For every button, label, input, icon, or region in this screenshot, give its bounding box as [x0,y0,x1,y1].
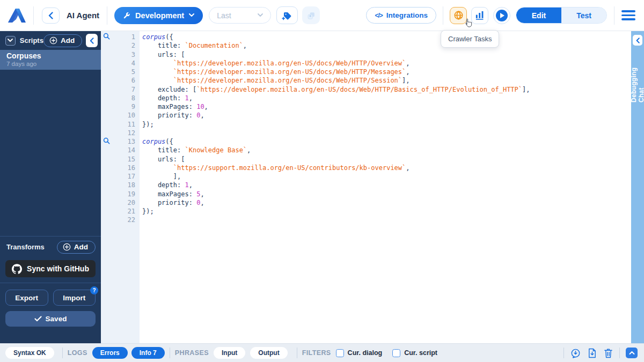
collapse-sidebar-button[interactable] [86,34,98,47]
filter-current-script-label: Cur. script [404,349,437,357]
scripts-title: Scripts [20,36,43,45]
code-line: urls: [ [142,155,631,164]
scripts-sidebar: Scripts Add Corpuses 7 days ago Transfor… [0,31,101,343]
line-number: 10 [101,111,135,120]
transforms-header: Transforms Add [0,236,101,257]
integrations-button[interactable]: </> Integrations [366,7,436,24]
add-version-tag-button[interactable] [276,6,298,24]
code-line: corpus({ [142,33,631,41]
import-label: Import [63,294,85,302]
main-menu-button[interactable] [621,10,635,20]
filter-current-dialog-label: Cur. dialog [348,349,383,357]
divider [297,348,297,358]
add-transform-button[interactable]: Add [57,241,96,254]
import-button[interactable]: Import ? [53,290,96,306]
code-line: ], [142,172,631,181]
line-number: 5 [101,68,135,76]
line-number: 17 [101,172,135,181]
code-brackets-icon: </> [375,12,382,19]
code-line [142,129,631,137]
code-line: maxPages: 5, [142,190,631,198]
export-button[interactable]: Export [5,290,48,306]
bar-chart-icon [475,11,485,20]
logo-icon [8,7,27,24]
debugging-chat-panel-collapsed[interactable]: Debugging Chat [631,31,644,343]
info-log-button[interactable]: Info 7 [131,347,165,359]
line-number: 11 [101,120,135,129]
hamburger-icon [621,10,635,12]
code-lines[interactable]: corpus({ title: `Documentation`, urls: [… [140,31,631,343]
download-logs-file-button[interactable] [587,348,597,359]
divider [170,348,170,358]
divider [107,6,107,25]
chevron-up-icon [629,351,635,355]
app-logo [8,7,27,24]
divider [619,348,620,358]
sync-github-label: Sync with GitHub [27,264,89,273]
export-chat-logs-button[interactable] [570,348,581,359]
back-button[interactable] [42,8,60,24]
code-line [142,216,631,224]
chevron-left-icon [90,38,94,44]
inspect-corpus-button[interactable] [103,32,111,40]
version-dropdown[interactable]: Last [209,7,271,24]
export-import-row: Export Import ? [0,283,101,306]
input-phrases-button[interactable]: Input [214,347,245,359]
code-line: }); [142,207,631,216]
environment-dropdown-button[interactable]: Development [114,7,203,24]
mouse-cursor [464,18,473,30]
saved-status-button[interactable]: Saved [5,311,96,327]
chevron-down-icon [8,39,13,42]
line-number: 20 [101,198,135,207]
output-phrases-button[interactable]: Output [250,347,287,359]
top-toolbar: AI Agent Development Last </> Integratio… [0,0,644,31]
code-editor[interactable]: 12345678910111213141516171819202122 corp… [101,31,631,343]
edit-test-toggle: Edit Test [516,7,607,24]
clear-logs-button[interactable] [603,348,613,359]
inspect-corpus-button[interactable] [103,137,111,144]
add-script-button[interactable]: Add [43,34,82,47]
code-line: `https://developer.mozilla.org/en-US/doc… [142,68,631,76]
divider [564,348,564,358]
integrations-label: Integrations [386,11,428,19]
chat-download-icon [570,348,581,359]
code-line: `https://developer.mozilla.org/en-US/doc… [142,76,631,85]
transforms-title: Transforms [6,243,45,251]
magnifier-icon [103,137,110,144]
sidebar-item-corpuses[interactable]: Corpuses 7 days ago [0,50,101,70]
gutter-numbers: 12345678910111213141516171819202122 [101,31,140,225]
scripts-header: Scripts Add [0,31,101,50]
statistics-button[interactable] [471,7,488,24]
globe-crawler-icon [453,10,464,20]
filters-label: FILTERS [302,349,331,357]
chevron-left-icon [48,12,53,19]
edit-tab[interactable]: Edit [516,8,561,23]
line-number: 12 [101,129,135,137]
duplicate-version-button-disabled[interactable] [302,6,320,24]
sync-github-button[interactable]: Sync with GitHub [5,260,96,277]
code-line: maxPages: 10, [142,102,631,111]
add-script-label: Add [61,36,75,45]
filter-current-dialog-checkbox[interactable] [336,349,344,357]
run-button[interactable] [493,7,510,24]
expand-debug-chat-button[interactable] [633,35,642,46]
filter-current-script-checkbox[interactable] [392,349,400,357]
code-line: `https://support.mozilla.org/en-US/contr… [142,164,631,172]
code-line: title: `Knowledge Base`, [142,146,631,154]
code-line: depth: 1, [142,94,631,102]
line-number: 6 [101,76,135,85]
errors-log-button[interactable]: Errors [92,347,128,359]
expand-console-button[interactable] [626,348,638,358]
divider [33,6,34,25]
line-number: 7 [101,85,135,94]
syntax-status-badge: Syntax OK [5,347,54,359]
line-number: 18 [101,181,135,189]
line-number: 16 [101,164,135,172]
import-help-badge[interactable]: ? [90,286,98,294]
add-transform-label: Add [74,243,88,251]
collapse-scripts-button[interactable] [5,36,16,46]
code-line: priority: 0, [142,111,631,120]
line-number: 3 [101,50,135,59]
test-tab[interactable]: Test [561,8,606,23]
hand-pointer-icon [464,18,473,28]
